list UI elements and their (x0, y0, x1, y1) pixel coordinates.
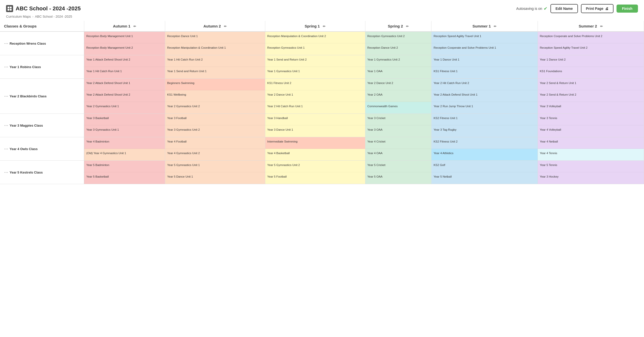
breadcrumb-parent[interactable]: Curriculum Maps (6, 15, 31, 18)
unit-item[interactable]: Year 1 Attack Defend Shoot Unit 2 (84, 55, 165, 67)
data-cell-r5-c5[interactable]: Year 5 TennisYear 3 Hockey (538, 161, 644, 184)
unit-item[interactable]: Year 4 Gymnastics Unit 2 (165, 149, 265, 160)
unit-item[interactable]: Year 5 Gymnastics Unit 2 (265, 161, 365, 172)
unit-item[interactable]: Year 5 Dance Unit 1 (165, 172, 265, 184)
unit-item[interactable]: Year 2 Gymnastics Unit 1 (84, 102, 165, 114)
unit-item[interactable]: KS2 Golf (431, 161, 537, 172)
edit-autumn1-icon[interactable]: ✏ (133, 24, 136, 28)
data-cell-r5-c4[interactable]: KS2 GolfYear 5 Netball (431, 161, 538, 184)
unit-item[interactable]: Year 2 Send & Return Unit 2 (538, 90, 644, 102)
unit-item[interactable]: Reception Gymnastics Unit 1 (265, 43, 365, 55)
data-cell-r0-c1[interactable]: Reception Dance Unit 1Reception Manipula… (165, 32, 265, 55)
unit-item[interactable]: Year 4 Volleyball (538, 125, 644, 137)
unit-item[interactable]: Commonwealth Games (365, 102, 431, 114)
data-cell-r4-c0[interactable]: Year 4 Badminton(Old) Year 4 Gymnastics … (84, 137, 165, 161)
unit-item[interactable]: Year 3 Cricket (365, 114, 431, 125)
row-menu-icon[interactable]: ⋯ (4, 94, 8, 99)
data-cell-r5-c2[interactable]: Year 5 Gymnastics Unit 2Year 5 Football (265, 161, 365, 184)
unit-item[interactable]: Year 2 Attack Defend Shoot Unit 1 (84, 79, 165, 90)
unit-item[interactable]: Year 3 Football (165, 114, 265, 125)
data-cell-r3-c0[interactable]: Year 3 BasketballYear 3 Gymnastics Unit … (84, 114, 165, 137)
unit-item[interactable]: Year 2 Attack Defend Shoot Unit 2 (84, 90, 165, 102)
data-cell-r0-c5[interactable]: Reception Cooperate and Solve Problems U… (538, 32, 644, 55)
unit-item[interactable]: Year 4 OAA (365, 149, 431, 160)
unit-item[interactable]: Year 3 OAA (365, 125, 431, 137)
unit-item[interactable]: Year 4 Basketball (265, 149, 365, 160)
unit-item[interactable]: Year 2 Attack Defend Shoot Unit 1 (431, 90, 537, 102)
unit-item[interactable]: Year 2 Hit Catch Run Unit 2 (431, 79, 537, 90)
unit-item[interactable]: Year 4 Tennis (538, 149, 644, 160)
unit-item[interactable]: Intermediate Swimming (265, 137, 365, 149)
unit-item[interactable]: Reception Body Management Unit 2 (84, 43, 165, 55)
data-cell-r4-c2[interactable]: Intermediate SwimmingYear 4 Basketball (265, 137, 365, 161)
print-page-button[interactable]: Print Page 🖨 (581, 4, 613, 13)
data-cell-r5-c3[interactable]: Year 5 CricketYear 5 OAA (365, 161, 431, 184)
unit-item[interactable]: Year 3 Basketball (84, 114, 165, 125)
unit-item[interactable]: Year 2 Dance Unit 2 (365, 79, 431, 90)
data-cell-r1-c2[interactable]: Year 1 Send and Return Unit 2Year 1 Gymn… (265, 55, 365, 79)
data-cell-r5-c0[interactable]: Year 5 BadmintonYear 5 Basketball (84, 161, 165, 184)
data-cell-r0-c0[interactable]: Reception Body Management Unit 1Receptio… (84, 32, 165, 55)
data-cell-r3-c1[interactable]: Year 3 FootballYear 3 Gymnastics Unit 2 (165, 114, 265, 137)
data-cell-r1-c3[interactable]: Year 1 Gymnastics Unit 2Year 1 OAA (365, 55, 431, 79)
row-menu-icon[interactable]: ⋯ (4, 147, 8, 151)
unit-item[interactable]: Reception Body Management Unit 1 (84, 32, 165, 43)
data-cell-r2-c0[interactable]: Year 2 Attack Defend Shoot Unit 1Year 2 … (84, 79, 165, 114)
unit-item[interactable]: Year 1 Send and Return Unit 2 (265, 55, 365, 67)
unit-item[interactable]: Year 2 Run Jump Throw Unit 1 (431, 102, 537, 114)
data-cell-r3-c3[interactable]: Year 3 CricketYear 3 OAA (365, 114, 431, 137)
unit-item[interactable]: Year 1 Gymnastics Unit 1 (265, 67, 365, 78)
row-menu-icon[interactable]: ⋯ (4, 65, 8, 69)
unit-item[interactable]: Year 5 Tennis (538, 161, 644, 172)
data-cell-r1-c4[interactable]: Year 1 Dance Unit 1KS1 Fitness Unit 1 (431, 55, 538, 79)
unit-item[interactable]: KS1 Foundations (538, 67, 644, 78)
unit-item[interactable]: KS2 Fitness Unit 1 (431, 114, 537, 125)
data-cell-r4-c3[interactable]: Year 4 CricketYear 4 OAA (365, 137, 431, 161)
unit-item[interactable]: Year 5 Football (265, 172, 365, 184)
unit-item[interactable]: Year 1 OAA (365, 67, 431, 78)
unit-item[interactable]: Year 4 Football (165, 137, 265, 149)
data-cell-r2-c4[interactable]: Year 2 Hit Catch Run Unit 2Year 2 Attack… (431, 79, 538, 114)
unit-item[interactable]: Year 2 Gymnastics Unit 2 (165, 102, 265, 114)
unit-item[interactable]: Reception Speed Agility Travel Unit 2 (538, 43, 644, 55)
unit-item[interactable]: Reception Gymnastics Unit 2 (365, 32, 431, 43)
unit-item[interactable]: Year 3 Handball (265, 114, 365, 125)
unit-item[interactable]: Year 5 Cricket (365, 161, 431, 172)
unit-item[interactable]: Year 1 Dance Unit 2 (538, 55, 644, 67)
finish-button[interactable]: Finish (617, 5, 638, 13)
data-cell-r2-c1[interactable]: Beginners SwimmingKS1 WellbeingYear 2 Gy… (165, 79, 265, 114)
row-menu-icon[interactable]: ⋯ (4, 41, 8, 46)
unit-item[interactable]: Reception Cooperate and Solve Problems U… (431, 43, 537, 55)
unit-item[interactable]: Year 5 Basketball (84, 172, 165, 184)
unit-item[interactable]: Year 4 Badminton (84, 137, 165, 149)
unit-item[interactable]: Reception Cooperate and Solve Problems U… (538, 32, 644, 43)
data-cell-r1-c5[interactable]: Year 1 Dance Unit 2KS1 Foundations (538, 55, 644, 79)
data-cell-r1-c0[interactable]: Year 1 Attack Defend Shoot Unit 2Year 1 … (84, 55, 165, 79)
unit-item[interactable]: Year 3 Volleyball (538, 102, 644, 114)
unit-item[interactable]: Beginners Swimming (165, 79, 265, 90)
unit-item[interactable]: Year 1 Dance Unit 1 (431, 55, 537, 67)
unit-item[interactable]: Reception Dance Unit 2 (365, 43, 431, 55)
unit-item[interactable]: KS1 Wellbeing (165, 90, 265, 102)
data-cell-r4-c5[interactable]: Year 4 NetballYear 4 Tennis (538, 137, 644, 161)
unit-item[interactable]: Year 2 Dance Unit 1 (265, 90, 365, 102)
unit-item[interactable]: Year 3 Hockey (538, 172, 644, 184)
unit-item[interactable]: Year 3 Gymnastics Unit 1 (84, 125, 165, 137)
unit-item[interactable]: Year 4 Cricket (365, 137, 431, 149)
unit-item[interactable]: Year 5 Gymnastics Unit 1 (165, 161, 265, 172)
data-cell-r4-c4[interactable]: KS2 Fitness Unit 2Year 4 Athletics (431, 137, 538, 161)
unit-item[interactable]: Year 1 Hit Catch Run Unit 1 (84, 67, 165, 78)
unit-item[interactable]: Year 3 Dance Unit 1 (265, 125, 365, 137)
unit-item[interactable]: Year 4 Athletics (431, 149, 537, 160)
unit-item[interactable]: Year 5 Badminton (84, 161, 165, 172)
unit-item[interactable]: Year 3 Tennis (538, 114, 644, 125)
edit-spring2-icon[interactable]: ✏ (406, 24, 409, 28)
unit-item[interactable]: Year 3 Tag Rugby (431, 125, 537, 137)
data-cell-r2-c2[interactable]: KS1 Fitness Unit 2Year 2 Dance Unit 1Yea… (265, 79, 365, 114)
row-menu-icon[interactable]: ⋯ (4, 123, 8, 128)
unit-item[interactable]: KS1 Fitness Unit 2 (265, 79, 365, 90)
unit-item[interactable]: Year 3 Gymnastics Unit 2 (165, 125, 265, 137)
data-cell-r1-c1[interactable]: Year 1 Hit Catch Run Unit 2Year 1 Send a… (165, 55, 265, 79)
unit-item[interactable]: Reception Manipulation & Coordination Un… (265, 32, 365, 43)
unit-item[interactable]: Reception Manipulation & Coordination Un… (165, 43, 265, 55)
